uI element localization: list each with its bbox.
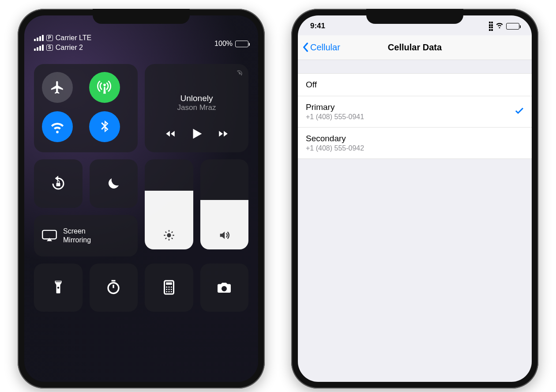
notch bbox=[93, 9, 190, 24]
media-title: Unlonely bbox=[177, 94, 216, 103]
bluetooth-toggle[interactable] bbox=[89, 111, 120, 142]
status-bar: P Carrier LTE S Carrier 2 100% bbox=[34, 34, 248, 53]
phone-left: P Carrier LTE S Carrier 2 100% bbox=[18, 9, 265, 388]
now-playing-tile[interactable]: Unlonely Jason Mraz bbox=[145, 64, 248, 152]
svg-point-15 bbox=[166, 286, 167, 288]
cellular-antenna-icon bbox=[97, 80, 112, 95]
airplane-icon bbox=[50, 80, 65, 95]
sim-primary-tag: P bbox=[46, 35, 53, 41]
svg-point-18 bbox=[166, 289, 167, 290]
signal-bars-icon bbox=[34, 35, 44, 41]
off-label: Off bbox=[306, 80, 317, 90]
calculator-icon bbox=[161, 279, 177, 295]
secondary-label: Secondary bbox=[306, 134, 364, 143]
status-time: 9:41 bbox=[310, 22, 325, 30]
svg-line-6 bbox=[165, 232, 166, 233]
carrier-secondary-label: Carrier 2 bbox=[56, 44, 83, 52]
svg-point-19 bbox=[168, 289, 169, 290]
settings-screen: 9:41 Cellular Cellular Data bbox=[298, 15, 532, 382]
do-not-disturb-button[interactable] bbox=[90, 159, 138, 208]
svg-point-20 bbox=[171, 289, 172, 290]
brightness-icon bbox=[145, 229, 193, 241]
battery-percent: 100% bbox=[214, 40, 233, 48]
option-secondary[interactable]: Secondary +1 (408) 555-0942 bbox=[298, 128, 532, 158]
airplay-indicator-icon bbox=[235, 69, 243, 79]
airplane-mode-toggle[interactable] bbox=[42, 72, 73, 103]
svg-point-16 bbox=[168, 286, 169, 288]
svg-rect-14 bbox=[166, 283, 172, 285]
svg-rect-0 bbox=[42, 230, 56, 238]
carrier-secondary-line: S Carrier 2 bbox=[34, 44, 91, 52]
wifi-toggle[interactable] bbox=[42, 111, 73, 142]
moon-icon bbox=[105, 176, 121, 192]
back-label: Cellular bbox=[310, 42, 340, 53]
wifi-icon bbox=[50, 119, 65, 134]
primary-label: Primary bbox=[306, 102, 364, 112]
battery-indicator: 100% bbox=[214, 34, 248, 53]
secondary-number: +1 (408) 555-0942 bbox=[306, 144, 364, 152]
battery-icon bbox=[506, 23, 519, 30]
option-off[interactable]: Off bbox=[298, 74, 532, 96]
calculator-button[interactable] bbox=[145, 264, 193, 312]
bluetooth-icon bbox=[97, 119, 112, 134]
back-button[interactable]: Cellular bbox=[302, 42, 340, 53]
play-button[interactable] bbox=[189, 126, 204, 144]
volume-slider[interactable] bbox=[200, 159, 249, 249]
page-title: Cellular Data bbox=[388, 42, 442, 53]
dual-sim-signal-icon bbox=[489, 22, 493, 31]
brightness-slider[interactable] bbox=[145, 159, 193, 249]
carrier-primary-line: P Carrier LTE bbox=[34, 34, 91, 42]
svg-point-21 bbox=[166, 291, 167, 293]
svg-point-17 bbox=[171, 286, 172, 288]
flashlight-icon bbox=[50, 279, 66, 295]
camera-icon bbox=[216, 279, 232, 295]
mirror-label-1: Screen bbox=[63, 227, 91, 236]
signal-bars-icon bbox=[34, 45, 44, 51]
svg-line-7 bbox=[172, 238, 173, 239]
mirror-label-2: Mirroring bbox=[63, 236, 91, 245]
battery-icon bbox=[235, 41, 248, 47]
phone-right: 9:41 Cellular Cellular Data bbox=[291, 9, 538, 388]
cellular-data-toggle[interactable] bbox=[89, 72, 120, 103]
sim-secondary-tag: S bbox=[46, 45, 53, 51]
svg-point-23 bbox=[171, 291, 172, 293]
media-artist: Jason Mraz bbox=[177, 103, 216, 112]
navigation-bar: Cellular Cellular Data bbox=[298, 35, 532, 60]
cellular-data-options-list: Off Primary +1 (408) 555-0941 Secondary … bbox=[298, 73, 532, 159]
orientation-lock-icon bbox=[50, 176, 66, 192]
camera-button[interactable] bbox=[200, 264, 249, 312]
volume-icon bbox=[200, 229, 249, 241]
wifi-icon bbox=[496, 22, 503, 30]
svg-line-9 bbox=[172, 232, 173, 233]
timer-icon bbox=[105, 279, 121, 295]
airplay-icon bbox=[42, 230, 57, 242]
svg-line-8 bbox=[165, 238, 166, 239]
orientation-lock-button[interactable] bbox=[34, 159, 83, 208]
chevron-left-icon bbox=[302, 42, 308, 52]
notch bbox=[366, 9, 463, 24]
checkmark-icon bbox=[515, 107, 524, 116]
svg-point-22 bbox=[168, 291, 169, 293]
svg-point-1 bbox=[167, 233, 171, 237]
timer-button[interactable] bbox=[90, 264, 138, 312]
next-track-button[interactable] bbox=[218, 128, 229, 143]
previous-track-button[interactable] bbox=[165, 128, 176, 143]
control-center-screen: P Carrier LTE S Carrier 2 100% bbox=[24, 15, 258, 382]
primary-number: +1 (408) 555-0941 bbox=[306, 113, 364, 121]
flashlight-button[interactable] bbox=[34, 264, 83, 312]
carrier-primary-label: Carrier LTE bbox=[56, 34, 92, 42]
screen-mirroring-button[interactable]: Screen Mirroring bbox=[34, 215, 138, 256]
option-primary[interactable]: Primary +1 (408) 555-0941 bbox=[298, 96, 532, 128]
connectivity-tile[interactable] bbox=[34, 64, 138, 152]
